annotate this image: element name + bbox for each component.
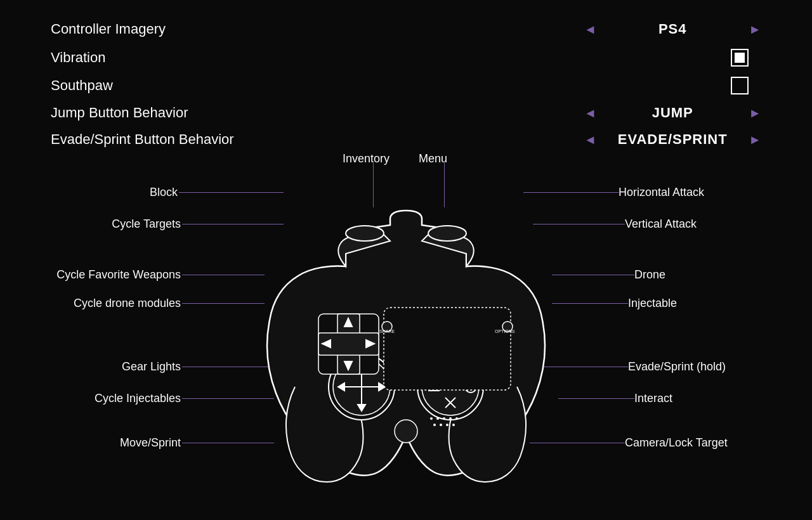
svg-point-35	[433, 424, 436, 426]
label-gear-lights: Gear Lights	[60, 360, 181, 374]
svg-point-30	[430, 417, 433, 420]
svg-rect-24	[384, 308, 511, 390]
label-move-sprint: Move/Sprint	[60, 436, 181, 450]
vibration-label: Vibration	[51, 49, 317, 66]
svg-text:OPTIONS: OPTIONS	[495, 329, 515, 334]
label-injectable: Injectable	[628, 297, 723, 310]
controller-imagery-label: Controller Imagery	[51, 21, 317, 37]
evade-button-value: EVADE/SPRINT	[609, 131, 736, 148]
controller-imagery-left-arrow[interactable]: ◄	[584, 23, 596, 36]
label-menu: Menu	[419, 152, 447, 166]
interact-line	[558, 398, 634, 399]
label-cycle-targets: Cycle Targets	[44, 218, 181, 231]
controller-imagery-value: PS4	[609, 21, 736, 37]
label-camera-lock-target: Camera/Lock Target	[625, 436, 764, 450]
label-vertical-attack: Vertical Attack	[625, 218, 752, 231]
svg-point-34	[455, 417, 458, 420]
svg-point-31	[436, 417, 439, 420]
label-evade-sprint-hold: Evade/Sprint (hold)	[628, 360, 768, 374]
svg-text:SHARE: SHARE	[379, 329, 395, 334]
jump-button-value: JUMP	[609, 105, 736, 121]
svg-point-0	[346, 226, 384, 241]
label-inventory: Inventory	[343, 152, 390, 166]
evade-button-left-arrow[interactable]: ◄	[584, 133, 596, 146]
evade-button-right-arrow[interactable]: ►	[749, 133, 761, 146]
controller-imagery-right-arrow[interactable]: ►	[749, 23, 761, 36]
southpaw-label: Southpaw	[51, 77, 317, 94]
controller-image: SHARE OPTIONS	[247, 181, 565, 485]
svg-point-32	[443, 417, 445, 420]
jump-button-right-arrow[interactable]: ►	[749, 107, 761, 119]
label-drone: Drone	[634, 268, 710, 282]
svg-point-33	[449, 417, 452, 420]
vibration-checkbox[interactable]	[731, 49, 749, 67]
label-block: Block	[63, 186, 178, 199]
jump-button-label: Jump Button Behavior	[51, 105, 317, 121]
svg-point-38	[452, 424, 455, 426]
label-horizontal-attack: Horizontal Attack	[619, 186, 758, 199]
jump-button-left-arrow[interactable]: ◄	[584, 107, 596, 119]
label-cycle-injectables: Cycle Injectables	[35, 392, 181, 405]
svg-point-27	[395, 420, 417, 443]
southpaw-checkbox[interactable]	[731, 77, 749, 94]
label-interact: Interact	[634, 392, 717, 405]
svg-point-36	[440, 424, 442, 426]
evade-button-label: Evade/Sprint Button Behavior	[51, 131, 317, 148]
svg-point-37	[446, 424, 449, 426]
label-cycle-fav-weapons: Cycle Favorite Weapons	[13, 268, 181, 282]
svg-point-1	[428, 226, 466, 241]
label-cycle-drone-modules: Cycle drone modules	[22, 297, 181, 310]
